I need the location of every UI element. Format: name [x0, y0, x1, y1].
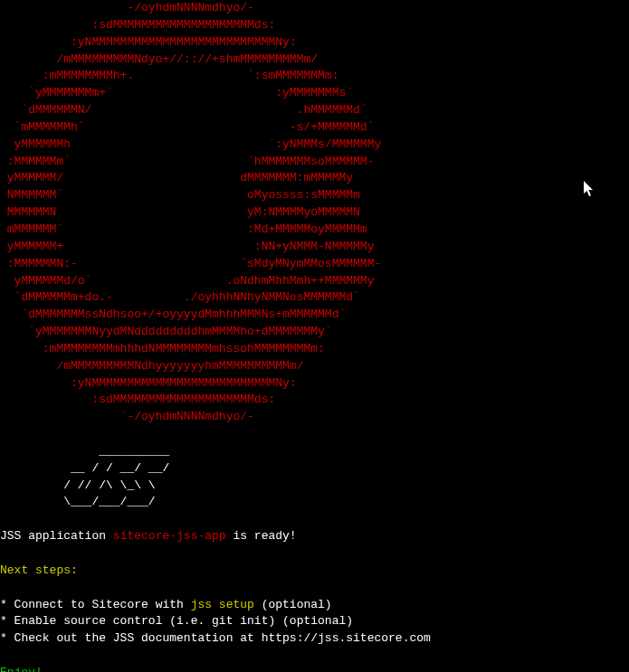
step-3: * Check out the JSS documentation at htt…: [0, 630, 629, 648]
enjoy-message: Enjoy!: [0, 665, 629, 672]
step-1-suffix: (optional): [254, 598, 332, 611]
jss-ascii-logo: __________ __ / / __/ __/ / // /\ \_\ \ …: [0, 426, 629, 511]
step-2: * Enable source control (i.e. git init) …: [0, 613, 629, 630]
app-ready-prefix: JSS application: [0, 529, 113, 543]
app-name: sitecore-jss-app: [113, 529, 226, 543]
app-ready-line: JSS application sitecore-jss-app is read…: [0, 511, 629, 545]
app-ready-suffix: is ready!: [226, 529, 297, 543]
next-steps-header: Next steps:: [0, 563, 629, 580]
step-1-prefix: * Connect to Sitecore with: [0, 598, 191, 611]
step-1: * Connect to Sitecore with jss setup (op…: [0, 580, 629, 614]
step-1-command: jss setup: [191, 598, 254, 611]
sitecore-ascii-logo: -/oyhdmNNNNmdhyo/- :sdMMMMMMMMMMMMMMMMMM…: [0, 0, 629, 426]
